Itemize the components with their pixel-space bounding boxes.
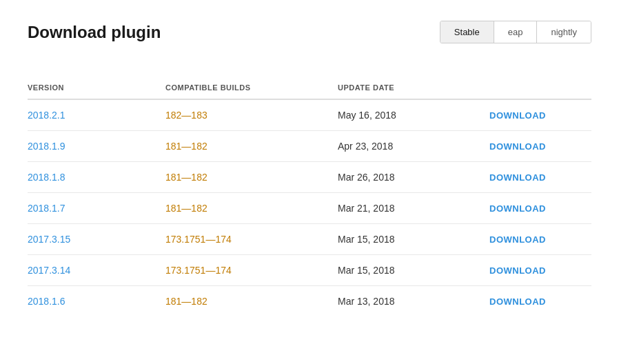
download-button[interactable]: DOWNLOAD: [489, 172, 591, 183]
col-builds: COMPATIBLE BUILDS: [165, 83, 338, 92]
version-link[interactable]: 2018.2.1: [28, 110, 165, 121]
table-row: 2017.3.14 173.1751—174 Mar 15, 2018 DOWN…: [28, 255, 591, 286]
compatible-builds: 181—182: [165, 141, 338, 152]
table-row: 2018.2.1 182—183 May 16, 2018 DOWNLOAD: [28, 100, 591, 131]
version-link[interactable]: 2017.3.15: [28, 234, 165, 245]
version-link[interactable]: 2017.3.14: [28, 265, 165, 276]
col-action: [489, 83, 591, 92]
version-link[interactable]: 2018.1.8: [28, 172, 165, 183]
page-title: Download plugin: [28, 23, 161, 42]
tab-stable[interactable]: Stable: [440, 21, 494, 43]
update-date: May 16, 2018: [338, 110, 489, 121]
col-version: VERSION: [28, 83, 165, 92]
download-button[interactable]: DOWNLOAD: [489, 296, 591, 307]
update-date: Mar 26, 2018: [338, 172, 489, 183]
compatible-builds: 182—183: [165, 110, 338, 121]
update-date: Mar 15, 2018: [338, 265, 489, 276]
download-button[interactable]: DOWNLOAD: [489, 141, 591, 152]
tab-eap[interactable]: eap: [494, 21, 538, 43]
update-date: Mar 13, 2018: [338, 296, 489, 307]
download-button[interactable]: DOWNLOAD: [489, 265, 591, 276]
compatible-builds: 181—182: [165, 172, 338, 183]
download-button[interactable]: DOWNLOAD: [489, 110, 591, 121]
table-row: 2018.1.9 181—182 Apr 23, 2018 DOWNLOAD: [28, 131, 591, 162]
version-link[interactable]: 2018.1.9: [28, 141, 165, 152]
download-button[interactable]: DOWNLOAD: [489, 234, 591, 245]
version-link[interactable]: 2018.1.7: [28, 203, 165, 214]
compatible-builds: 181—182: [165, 296, 338, 307]
tab-group: Stable eap nightly: [440, 21, 591, 43]
update-date: Mar 15, 2018: [338, 234, 489, 245]
table-row: 2017.3.15 173.1751—174 Mar 15, 2018 DOWN…: [28, 224, 591, 255]
table-row: 2018.1.6 181—182 Mar 13, 2018 DOWNLOAD: [28, 286, 591, 312]
tab-nightly[interactable]: nightly: [537, 21, 591, 43]
plugin-table: VERSION COMPATIBLE BUILDS UPDATE DATE 20…: [28, 78, 591, 312]
compatible-builds: 173.1751—174: [165, 234, 338, 245]
version-link[interactable]: 2018.1.6: [28, 296, 165, 307]
download-button[interactable]: DOWNLOAD: [489, 203, 591, 214]
compatible-builds: 173.1751—174: [165, 265, 338, 276]
update-date: Mar 21, 2018: [338, 203, 489, 214]
table-header: VERSION COMPATIBLE BUILDS UPDATE DATE: [28, 78, 591, 100]
update-date: Apr 23, 2018: [338, 141, 489, 152]
table-row: 2018.1.8 181—182 Mar 26, 2018 DOWNLOAD: [28, 162, 591, 193]
table-row: 2018.1.7 181—182 Mar 21, 2018 DOWNLOAD: [28, 193, 591, 224]
col-date: UPDATE DATE: [338, 83, 489, 92]
compatible-builds: 181—182: [165, 203, 338, 214]
page-header: Download plugin Stable eap nightly: [28, 21, 591, 43]
